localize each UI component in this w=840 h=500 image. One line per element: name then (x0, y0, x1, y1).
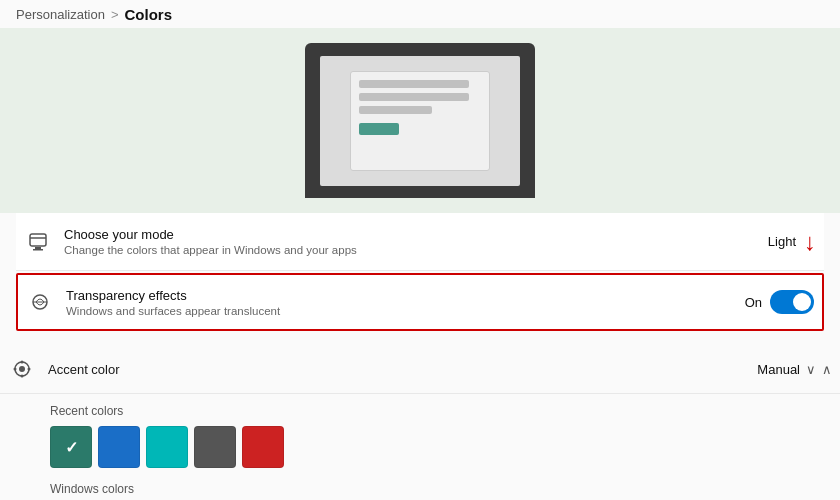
svg-rect-3 (33, 249, 43, 251)
chevron-up-icon[interactable]: ∧ (822, 362, 832, 377)
windows-colors-text: Windows colors (50, 482, 134, 496)
toggle-label: On (745, 295, 762, 310)
transparency-row: Transparency effects Windows and surface… (16, 273, 824, 331)
mock-line-1 (359, 80, 469, 88)
mock-button (359, 123, 399, 135)
accent-color-row: Accent color Manual ∨ ∧ (0, 345, 840, 394)
swatch-4[interactable] (242, 426, 284, 468)
svg-rect-2 (35, 247, 41, 249)
svg-rect-0 (30, 234, 46, 246)
swatch-2[interactable] (146, 426, 188, 468)
transparency-toggle[interactable] (770, 290, 814, 314)
choose-mode-control[interactable]: Light ↓ (768, 228, 816, 256)
swatch-1[interactable] (98, 426, 140, 468)
breadcrumb-current: Colors (124, 6, 172, 23)
windows-colors-label: Windows colors (0, 474, 840, 500)
red-arrow-icon: ↓ (804, 228, 816, 256)
breadcrumb-parent[interactable]: Personalization (16, 7, 105, 22)
choose-mode-title: Choose your mode (64, 227, 768, 242)
transparency-text: Transparency effects Windows and surface… (66, 288, 745, 317)
transparency-toggle-container[interactable]: On (745, 290, 814, 314)
page-container: Personalization > Colors (0, 0, 840, 500)
mock-line-3 (359, 106, 432, 114)
color-swatches (50, 426, 832, 468)
preview-screen (320, 56, 520, 186)
svg-point-8 (21, 361, 24, 364)
choose-mode-desc: Change the colors that appear in Windows… (64, 244, 768, 256)
accent-color-label: Accent color (48, 362, 757, 377)
transparency-icon (26, 288, 54, 316)
transparency-title: Transparency effects (66, 288, 745, 303)
choose-mode-text: Choose your mode Change the colors that … (64, 227, 768, 256)
transparency-desc: Windows and surfaces appear translucent (66, 305, 745, 317)
svg-point-9 (21, 375, 24, 378)
mode-value: Light (768, 234, 796, 249)
breadcrumb: Personalization > Colors (0, 0, 840, 28)
recent-colors-label: Recent colors (50, 404, 832, 418)
svg-point-10 (14, 368, 17, 371)
svg-point-11 (28, 368, 31, 371)
svg-point-7 (19, 366, 25, 372)
choose-mode-row: Choose your mode Change the colors that … (16, 213, 824, 271)
recent-colors-section: Recent colors (0, 394, 840, 474)
preview-window-mock (350, 71, 490, 171)
accent-color-control[interactable]: Manual ∨ ∧ (757, 362, 832, 377)
accent-mode-value: Manual (757, 362, 800, 377)
preview-area (0, 28, 840, 213)
mock-line-2 (359, 93, 469, 101)
swatch-3[interactable] (194, 426, 236, 468)
preview-monitor (305, 43, 535, 198)
mode-icon (24, 228, 52, 256)
swatch-0[interactable] (50, 426, 92, 468)
accent-color-icon (8, 355, 36, 383)
settings-section: Choose your mode Change the colors that … (0, 213, 840, 345)
toggle-thumb (793, 293, 811, 311)
chevron-down-icon[interactable]: ∨ (806, 362, 816, 377)
breadcrumb-separator: > (111, 7, 119, 22)
